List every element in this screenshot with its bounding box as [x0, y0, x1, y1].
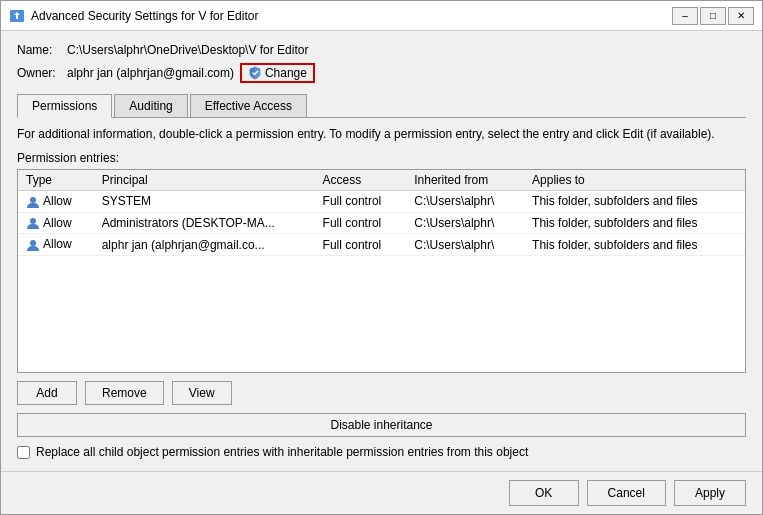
window-icon [9, 8, 25, 24]
window-controls: – □ ✕ [672, 7, 754, 25]
col-type: Type [18, 170, 94, 191]
view-button[interactable]: View [172, 381, 232, 405]
tab-effective-access[interactable]: Effective Access [190, 94, 307, 118]
remove-button[interactable]: Remove [85, 381, 164, 405]
maximize-button[interactable]: □ [700, 7, 726, 25]
svg-point-2 [30, 218, 36, 224]
tab-permissions[interactable]: Permissions [17, 94, 112, 118]
cell-applies: This folder, subfolders and files [524, 190, 745, 212]
table-row[interactable]: Allowalphr jan (alphrjan@gmail.co...Full… [18, 234, 745, 256]
dialog-window: Advanced Security Settings for V for Edi… [0, 0, 763, 515]
cell-type: Allow [18, 190, 94, 212]
cell-inherited: C:\Users\alphr\ [406, 234, 524, 256]
disable-inheritance-button[interactable]: Disable inheritance [17, 413, 746, 437]
owner-value: alphr jan (alphrjan@gmail.com) [67, 66, 234, 80]
cell-principal: alphr jan (alphrjan@gmail.co... [94, 234, 315, 256]
table-row[interactable]: AllowAdministrators (DESKTOP-MA...Full c… [18, 212, 745, 234]
owner-label: Owner: [17, 66, 67, 80]
tab-auditing[interactable]: Auditing [114, 94, 187, 118]
replace-checkbox-label: Replace all child object permission entr… [36, 445, 528, 459]
action-buttons-row: Add Remove View [17, 381, 746, 405]
table-row[interactable]: AllowSYSTEMFull controlC:\Users\alphr\Th… [18, 190, 745, 212]
cell-type: Allow [18, 212, 94, 234]
ok-button[interactable]: OK [509, 480, 579, 506]
change-button[interactable]: Change [240, 63, 315, 83]
apply-button[interactable]: Apply [674, 480, 746, 506]
bottom-bar: OK Cancel Apply [1, 471, 762, 514]
description-text: For additional information, double-click… [17, 126, 746, 143]
cell-inherited: C:\Users\alphr\ [406, 190, 524, 212]
replace-checkbox-row: Replace all child object permission entr… [17, 445, 746, 459]
title-bar: Advanced Security Settings for V for Edi… [1, 1, 762, 31]
col-applies: Applies to [524, 170, 745, 191]
cell-access: Full control [315, 212, 407, 234]
cell-applies: This folder, subfolders and files [524, 234, 745, 256]
minimize-button[interactable]: – [672, 7, 698, 25]
replace-checkbox[interactable] [17, 446, 30, 459]
name-row: Name: C:\Users\alphr\OneDrive\Desktop\V … [17, 43, 746, 57]
section-label: Permission entries: [17, 151, 746, 165]
name-label: Name: [17, 43, 67, 57]
shield-icon [248, 66, 262, 80]
name-value: C:\Users\alphr\OneDrive\Desktop\V for Ed… [67, 43, 308, 57]
dialog-content: Name: C:\Users\alphr\OneDrive\Desktop\V … [1, 31, 762, 471]
svg-point-1 [30, 197, 36, 203]
cell-applies: This folder, subfolders and files [524, 212, 745, 234]
tab-bar: Permissions Auditing Effective Access [17, 93, 746, 118]
svg-point-3 [30, 240, 36, 246]
cell-principal: Administrators (DESKTOP-MA... [94, 212, 315, 234]
col-principal: Principal [94, 170, 315, 191]
cell-inherited: C:\Users\alphr\ [406, 212, 524, 234]
cell-principal: SYSTEM [94, 190, 315, 212]
permission-table: Type Principal Access Inherited from App… [18, 170, 745, 256]
window-title: Advanced Security Settings for V for Edi… [31, 9, 672, 23]
cancel-button[interactable]: Cancel [587, 480, 666, 506]
table-header-row: Type Principal Access Inherited from App… [18, 170, 745, 191]
change-label: Change [265, 66, 307, 80]
add-button[interactable]: Add [17, 381, 77, 405]
permission-table-wrapper[interactable]: Type Principal Access Inherited from App… [17, 169, 746, 373]
cell-type: Allow [18, 234, 94, 256]
cell-access: Full control [315, 234, 407, 256]
cell-access: Full control [315, 190, 407, 212]
col-access: Access [315, 170, 407, 191]
owner-row: Owner: alphr jan (alphrjan@gmail.com) Ch… [17, 63, 746, 83]
col-inherited: Inherited from [406, 170, 524, 191]
close-button[interactable]: ✕ [728, 7, 754, 25]
